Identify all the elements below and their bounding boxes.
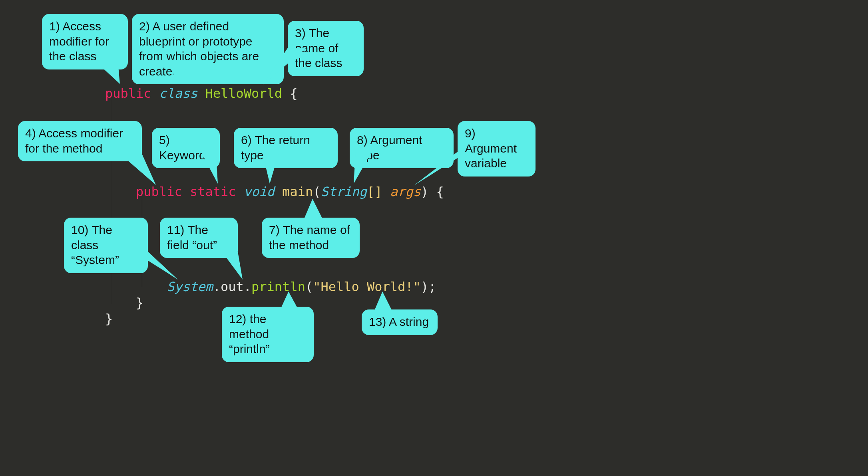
annotation-text: 9) Argument variable	[465, 127, 517, 170]
annotation-8: 8) Argument type	[350, 128, 454, 168]
annotation-text: 8) Argument type	[357, 133, 422, 162]
token-void: void	[244, 184, 275, 199]
token-brace: {	[282, 86, 298, 101]
token-main: main	[282, 184, 313, 199]
annotation-7: 7) The name of the method	[262, 218, 360, 258]
annotation-text: 4) Access modifier for the method	[25, 127, 123, 155]
code-line-5: }	[105, 311, 113, 327]
annotation-text: 10) The class “System”	[71, 223, 119, 266]
annotation-text: 2) A user defined blueprint or prototype…	[139, 20, 259, 78]
annotation-6: 6) The return type	[234, 128, 338, 168]
token-system: System	[167, 279, 213, 294]
token-class: class	[159, 86, 197, 101]
code-line-1: public class HelloWorld {	[105, 85, 298, 101]
token-static: static	[190, 184, 236, 199]
annotation-text: 1) Access modifier for the class	[49, 20, 109, 63]
token-string-literal: "Hello World!"	[313, 279, 421, 294]
annotation-text: 13) A string	[369, 315, 429, 328]
annotation-text: 6) The return type	[241, 133, 310, 162]
annotation-4: 4) Access modifier for the method	[18, 121, 142, 161]
annotation-11: 11) The field “out”	[160, 218, 238, 258]
annotation-2: 2) A user defined blueprint or prototype…	[132, 14, 284, 84]
annotation-text: 11) The field “out”	[167, 223, 217, 252]
annotation-text: 5) Keyword	[159, 133, 206, 162]
code-line-3: System.out.println("Hello World!");	[105, 279, 436, 295]
annotation-text: 7) The name of the method	[269, 223, 350, 252]
annotation-12: 12) the method “println”	[222, 307, 314, 362]
annotation-5: 5) Keyword	[152, 128, 220, 168]
annotation-9: 9) Argument variable	[458, 121, 536, 177]
diagram-canvas: 1) Access modifier for the class 2) A us…	[0, 0, 602, 330]
annotation-text: 3) The name of the class	[295, 26, 342, 69]
token-public: public	[136, 184, 182, 199]
annotation-10: 10) The class “System”	[64, 218, 148, 273]
annotation-13: 13) A string	[362, 309, 438, 335]
annotation-1: 1) Access modifier for the class	[42, 14, 128, 69]
token-args: args	[390, 184, 421, 199]
code-line-4: }	[105, 295, 143, 311]
token-out: out	[221, 279, 244, 294]
svg-marker-10	[304, 199, 323, 220]
annotation-3: 3) The name of the class	[288, 21, 364, 76]
token-classname: HelloWorld	[205, 86, 282, 101]
code-line-2: public static void main(String[] args) {	[105, 184, 444, 200]
token-public: public	[105, 86, 151, 101]
token-println: println	[251, 279, 305, 294]
token-string-type: String	[321, 184, 367, 199]
annotation-text: 12) the method “println”	[229, 312, 270, 355]
